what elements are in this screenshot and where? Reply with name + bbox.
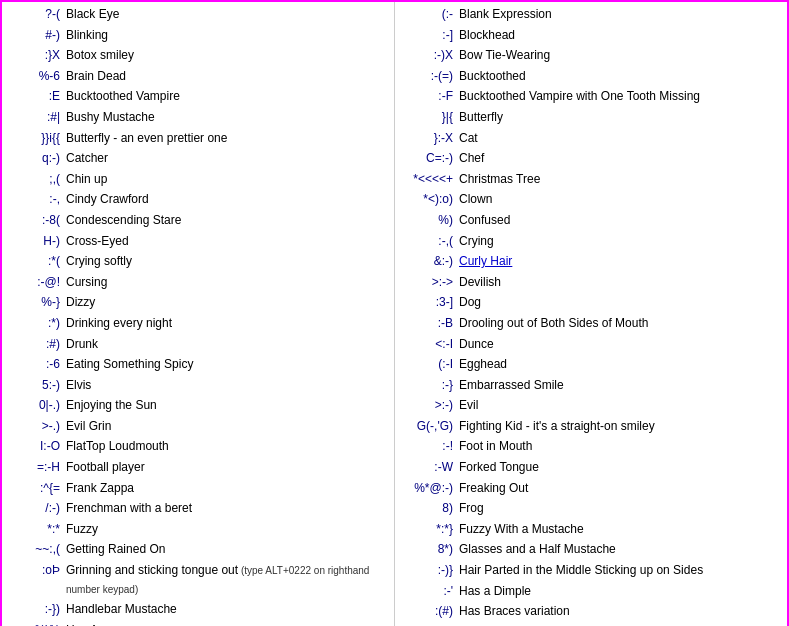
main-container: ?-(Black Eye#-)Blinking:}XBotox smiley%-… xyxy=(2,2,787,626)
list-item: :-'Has a Dimple xyxy=(399,581,783,602)
list-item: >:->Devilish xyxy=(399,272,783,293)
emoticon-label: Cursing xyxy=(66,273,107,292)
list-item: *<<<<+Christmas Tree xyxy=(399,169,783,190)
list-item: 0|-.)Enjoying the Sun xyxy=(6,395,390,416)
emoticon-code: :}X xyxy=(6,46,66,65)
emoticon-code: :-! xyxy=(399,437,459,456)
emoticon-label: Condescending Stare xyxy=(66,211,181,230)
emoticon-code: >-.) xyxy=(6,417,66,436)
emoticon-code: ?-( xyxy=(6,5,66,24)
list-item: :^{=Frank Zappa xyxy=(6,478,390,499)
emoticon-label: Dunce xyxy=(459,335,494,354)
list-item: :-})Handlebar Mustache xyxy=(6,599,390,620)
list-item: }}i{{Butterfly - an even prettier one xyxy=(6,128,390,149)
emoticon-code: /:-) xyxy=(6,499,66,518)
emoticon-code: 5:-) xyxy=(6,376,66,395)
list-item: *:*Fuzzy xyxy=(6,519,390,540)
emoticon-label: Cindy Crawford xyxy=(66,190,149,209)
emoticon-label: Eating Something Spicy xyxy=(66,355,193,374)
list-item: :-6Eating Something Spicy xyxy=(6,354,390,375)
emoticon-label: Frog xyxy=(459,499,484,518)
emoticon-label: Egghead xyxy=(459,355,507,374)
list-item: :-8(Condescending Stare xyxy=(6,210,390,231)
emoticon-label: Bucktoothed Vampire with One Tooth Missi… xyxy=(459,87,700,106)
emoticon-code: :-}) xyxy=(6,600,66,619)
emoticon-code: (:- xyxy=(399,5,459,24)
list-item: %*@:-)Freaking Out xyxy=(399,478,783,499)
emoticon-label: Has a Dimple xyxy=(459,582,531,601)
emoticon-code: :-W xyxy=(399,458,459,477)
emoticon-label: Botox smiley xyxy=(66,46,134,65)
emoticon-code: :(#) xyxy=(399,602,459,621)
emoticon-label: Enjoying the Sun xyxy=(66,396,157,415)
emoticon-code: q:-) xyxy=(6,149,66,168)
emoticon-code: :-} xyxy=(399,376,459,395)
emoticon-label: Fighting Kid - it's a straight-on smiley xyxy=(459,417,655,436)
emoticon-label: Dizzy xyxy=(66,293,95,312)
emoticon-code: :%)% xyxy=(6,621,66,626)
emoticon-label: Football player xyxy=(66,458,145,477)
emoticon-code: :3-] xyxy=(399,293,459,312)
emoticon-label: Cross-Eyed xyxy=(66,232,129,251)
list-item: :}XBotox smiley xyxy=(6,45,390,66)
emoticon-label: Drunk xyxy=(66,335,98,354)
emoticon-label: Frenchman with a beret xyxy=(66,499,192,518)
emoticon-label: Black Eye xyxy=(66,5,119,24)
emoticon-label: Evil Grin xyxy=(66,417,111,436)
emoticon-label: Confused xyxy=(459,211,510,230)
list-item: C=:-)Chef xyxy=(399,148,783,169)
emoticon-code: (:-I xyxy=(399,355,459,374)
emoticon-code: G(-,'G) xyxy=(399,417,459,436)
emoticon-code: :#| xyxy=(6,108,66,127)
emoticon-code: 8) xyxy=(399,499,459,518)
list-item: H-)Cross-Eyed xyxy=(6,231,390,252)
list-item: I:-OFlatTop Loudmouth xyxy=(6,436,390,457)
emoticon-code: :-] xyxy=(399,26,459,45)
emoticon-code: :oÞ xyxy=(6,561,66,580)
list-item: :-]Blockhead xyxy=(399,25,783,46)
emoticon-label: Butterfly xyxy=(459,108,503,127)
emoticon-label: Blockhead xyxy=(459,26,515,45)
emoticon-label: Freaking Out xyxy=(459,479,528,498)
emoticon-label: Curly Hair xyxy=(459,252,512,271)
list-item: :EBucktoothed Vampire xyxy=(6,86,390,107)
emoticon-code: :-@! xyxy=(6,273,66,292)
list-item: :-@!Cursing xyxy=(6,272,390,293)
emoticon-label: Has Braces variation xyxy=(459,602,570,621)
list-item: :#)Drunk xyxy=(6,334,390,355)
list-item: :oÞGrinning and sticking tongue out (typ… xyxy=(6,560,390,599)
emoticon-code: 0|-.) xyxy=(6,396,66,415)
list-item: #-)Blinking xyxy=(6,25,390,46)
list-item: :#|Bushy Mustache xyxy=(6,107,390,128)
emoticon-label: Evil xyxy=(459,396,478,415)
list-item: ?-(Black Eye xyxy=(6,4,390,25)
emoticon-code: >:-) xyxy=(399,396,459,415)
emoticon-code: :-B xyxy=(399,314,459,333)
list-item: :-!Foot in Mouth xyxy=(399,436,783,457)
emoticon-code: :-(=) xyxy=(399,67,459,86)
list-item: :-FBucktoothed Vampire with One Tooth Mi… xyxy=(399,86,783,107)
emoticon-label: Frank Zappa xyxy=(66,479,134,498)
emoticon-code: ~~:,( xyxy=(6,540,66,559)
emoticon-code: H-) xyxy=(6,232,66,251)
emoticon-code: &:-) xyxy=(399,252,459,271)
emoticon-label: Chin up xyxy=(66,170,107,189)
list-item: =:-HFootball player xyxy=(6,457,390,478)
list-item: :%)%Has Acne xyxy=(6,620,390,626)
emoticon-link[interactable]: Curly Hair xyxy=(459,254,512,268)
emoticon-code: I:-O xyxy=(6,437,66,456)
emoticon-label: Bucktoothed xyxy=(459,67,526,86)
emoticon-code: *:* xyxy=(6,520,66,539)
list-item: :-,(Crying xyxy=(399,231,783,252)
emoticon-code: 8*) xyxy=(399,540,459,559)
emoticon-label: Crying softly xyxy=(66,252,132,271)
list-item: /;-)Heavy Eyebrows - Slanted xyxy=(399,622,783,626)
emoticon-code: :-)} xyxy=(399,561,459,580)
list-item: :-)}Hair Parted in the Middle Sticking u… xyxy=(399,560,783,581)
list-item: 5:-)Elvis xyxy=(6,375,390,396)
emoticon-label: Hair Parted in the Middle Sticking up on… xyxy=(459,561,703,580)
emoticon-label: Getting Rained On xyxy=(66,540,165,559)
list-item: :-)XBow Tie-Wearing xyxy=(399,45,783,66)
emoticon-label: Butterfly - an even prettier one xyxy=(66,129,227,148)
emoticon-label: FlatTop Loudmouth xyxy=(66,437,169,456)
